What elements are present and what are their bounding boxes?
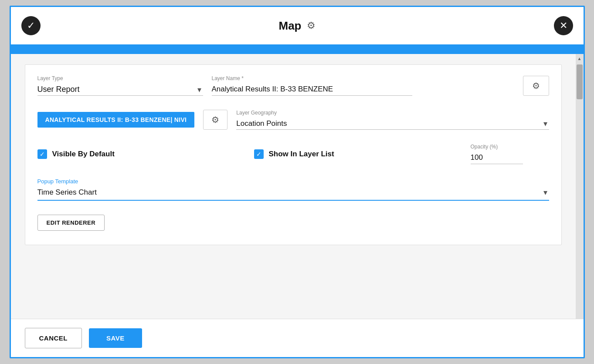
save-button[interactable]: SAVE: [89, 328, 142, 348]
opacity-label: Opacity (%): [471, 144, 498, 150]
layer-type-select[interactable]: User Report: [37, 83, 203, 96]
data-source-button[interactable]: ANALYTICAL RESULTS II: B-33 BENZENE| NIV…: [37, 112, 195, 128]
header-title-area: Map ⚙: [279, 19, 316, 33]
data-gear-icon: ⚙: [211, 115, 219, 125]
gear-square-icon: ⚙: [532, 81, 540, 91]
layer-name-group: Layer Name *: [212, 75, 514, 96]
popup-select-wrapper: Time Series Chart ▾: [37, 186, 549, 201]
cancel-button[interactable]: CANCEL: [25, 328, 82, 348]
form-card: Layer Type User Report ▾ Layer Name *: [25, 64, 562, 245]
row-options: ✓ Visible By Default ✓ Show In Layer Lis…: [37, 144, 549, 164]
row-renderer: EDIT RENDERER: [37, 215, 549, 231]
modal-header: ✓ Map ⚙ ✕: [11, 7, 584, 46]
layer-geo-label: Layer Geography: [236, 110, 549, 116]
scrollbar: ▲: [576, 54, 584, 319]
modal-footer: CANCEL SAVE: [11, 319, 584, 357]
popup-template-label: Popup Template: [37, 178, 549, 185]
layer-type-group: Layer Type User Report ▾: [37, 75, 203, 96]
confirm-button[interactable]: ✓: [21, 16, 41, 35]
modal-body: Layer Type User Report ▾ Layer Name *: [11, 54, 584, 319]
scroll-thumb[interactable]: [577, 64, 583, 99]
modal-container: ✓ Map ⚙ ✕ Layer Type User: [10, 6, 585, 358]
layer-geo-select[interactable]: Location Points: [236, 118, 549, 130]
layer-geo-group: Layer Geography Location Points ▾: [236, 110, 549, 130]
show-in-layer-list-label: Show In Layer List: [269, 150, 334, 158]
show-in-layer-list-group: ✓ Show In Layer List: [254, 149, 471, 159]
opacity-group: Opacity (%): [471, 144, 549, 164]
gear-icon: ⚙: [307, 20, 316, 31]
map-title: Map: [279, 19, 302, 33]
close-icon: ✕: [560, 20, 567, 31]
content-area: Layer Type User Report ▾ Layer Name *: [11, 54, 576, 319]
close-button[interactable]: ✕: [554, 16, 573, 35]
layer-geo-select-wrapper: Location Points ▾: [236, 118, 549, 130]
row-popup: Popup Template Time Series Chart ▾: [37, 178, 549, 201]
layer-name-input[interactable]: [212, 83, 412, 96]
layer-settings-button[interactable]: ⚙: [523, 76, 549, 96]
row-layer-info: Layer Type User Report ▾ Layer Name *: [37, 75, 549, 96]
data-gear-button[interactable]: ⚙: [203, 110, 227, 130]
layer-type-select-wrapper: User Report ▾: [37, 83, 203, 96]
visible-by-default-checkbox[interactable]: ✓: [37, 149, 47, 159]
layer-type-label: Layer Type: [37, 75, 203, 81]
edit-renderer-button[interactable]: EDIT RENDERER: [37, 215, 105, 231]
checkmark-icon: ✓: [27, 20, 35, 31]
scroll-up-arrow[interactable]: ▲: [577, 54, 583, 63]
row-data-geo: ANALYTICAL RESULTS II: B-33 BENZENE| NIV…: [37, 110, 549, 130]
opacity-input[interactable]: [471, 152, 523, 164]
accent-bar: [11, 46, 584, 54]
popup-template-select[interactable]: Time Series Chart: [37, 186, 549, 198]
show-in-layer-list-checkbox[interactable]: ✓: [254, 149, 264, 159]
visible-by-default-label: Visible By Default: [52, 150, 115, 158]
header-gear-button[interactable]: ⚙: [307, 20, 316, 31]
visible-by-default-group: ✓ Visible By Default: [37, 149, 254, 159]
layer-name-label: Layer Name *: [212, 75, 514, 81]
